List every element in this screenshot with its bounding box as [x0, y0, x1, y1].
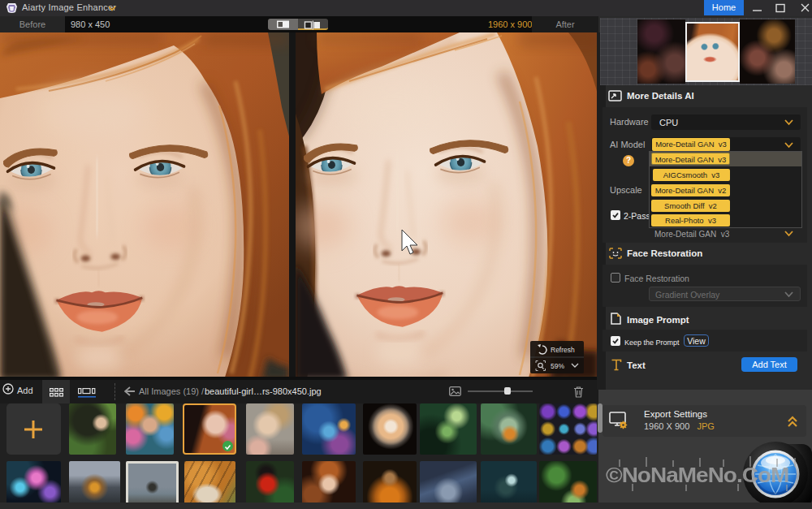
svg-text:59%: 59% — [551, 362, 564, 370]
svg-text:Refresh: Refresh — [551, 346, 575, 354]
